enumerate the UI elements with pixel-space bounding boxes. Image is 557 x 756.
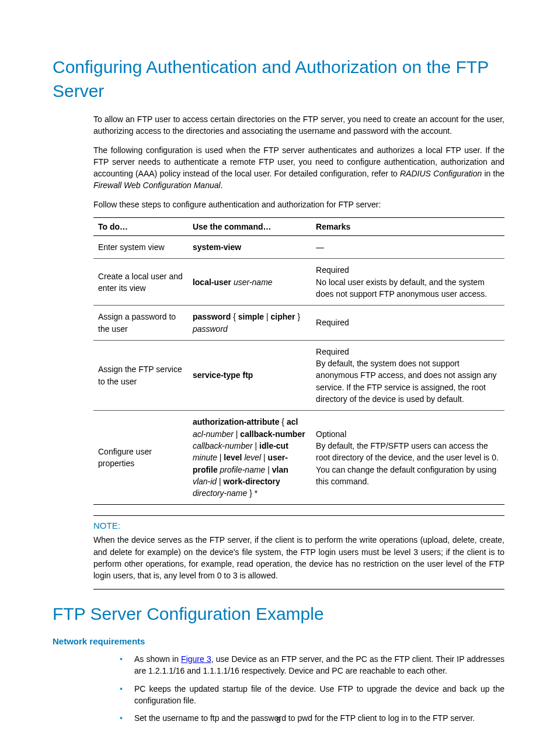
- text-fragment: {: [279, 417, 286, 426]
- text-fragment: work-directory: [224, 477, 280, 486]
- text-fragment: idle-cut: [259, 441, 288, 450]
- text-fragment: simple: [238, 312, 264, 321]
- text-fragment: By default, the FTP/SFTP users can acces…: [316, 441, 499, 486]
- text-fragment: local-user: [193, 278, 231, 287]
- text-fragment: cipher: [271, 312, 295, 321]
- text-fragment: callback-number: [193, 441, 253, 450]
- table-cell-todo: Assign a password to the user: [93, 306, 188, 341]
- table-row: Configure user propertiesauthorization-a…: [93, 411, 504, 505]
- bullet-list-container: As shown in Figure 3, use Device as an F…: [93, 653, 504, 724]
- note-rule-bottom: [93, 589, 504, 589]
- text-fragment: Required: [316, 347, 349, 356]
- section-heading-auth: Configuring Authentication and Authoriza…: [53, 56, 504, 103]
- table-row: Assign the FTP service to the userservic…: [93, 340, 504, 410]
- table-cell-command: authorization-attribute { acl acl-number…: [188, 411, 311, 505]
- text-fragment: |: [217, 477, 223, 486]
- section-body: To allow an FTP user to access certain d…: [93, 113, 504, 505]
- note-body: When the device serves as the FTP server…: [93, 534, 504, 581]
- section-heading-example: FTP Server Configuration Example: [53, 602, 504, 626]
- text-fragment: Required: [316, 265, 349, 275]
- text-fragment: vlan: [272, 465, 288, 474]
- text-fragment: } *: [247, 488, 257, 498]
- text: in the: [482, 169, 504, 178]
- bullet-list: As shown in Figure 3, use Device as an F…: [93, 653, 504, 724]
- table-header: Remarks: [311, 218, 504, 236]
- table-cell-remarks: RequiredBy default, the system does not …: [311, 340, 504, 410]
- text-fragment: directory-name: [193, 488, 247, 498]
- text-fragment: system-view: [193, 242, 241, 252]
- document-page: Configuring Authentication and Authoriza…: [0, 0, 557, 756]
- text-fragment: |: [261, 453, 267, 462]
- text-fragment: |: [217, 453, 224, 462]
- list-item: PC keeps the updated startup file of the…: [117, 683, 504, 707]
- text-fragment: service-type ftp: [193, 370, 253, 380]
- text-fragment: |: [264, 312, 270, 321]
- text-fragment: |: [253, 441, 259, 450]
- figure-link[interactable]: Figure 3: [181, 654, 211, 664]
- config-steps-table: To do… Use the command… Remarks Enter sy…: [93, 217, 504, 505]
- table-cell-command: service-type ftp: [188, 340, 311, 410]
- subsection-heading: Network requirements: [53, 636, 504, 646]
- text-fragment: acl-number: [193, 429, 234, 439]
- text-fragment: vlan-id: [193, 477, 217, 486]
- text-fragment: password: [193, 324, 228, 334]
- note-block: NOTE: When the device serves as the FTP …: [93, 515, 504, 589]
- text-fragment: level: [244, 453, 261, 462]
- text-fragment: No local user exists by default, and the…: [316, 278, 487, 299]
- table-row: Assign a password to the userpassword { …: [93, 306, 504, 341]
- page-number: 9: [0, 715, 557, 724]
- table-cell-todo: Enter system view: [93, 236, 188, 259]
- note-label: NOTE:: [93, 521, 504, 530]
- text-fragment: {: [231, 312, 238, 321]
- text: .: [221, 181, 223, 190]
- table-cell-command: password { simple | cipher } password: [188, 306, 311, 341]
- table-header: Use the command…: [188, 218, 311, 236]
- text-fragment: profile-name: [220, 465, 266, 474]
- table-header: To do…: [93, 218, 188, 236]
- text-fragment: |: [234, 429, 240, 439]
- table-cell-todo: Create a local user and enter its view: [93, 259, 188, 306]
- table-cell-todo: Configure user properties: [93, 411, 188, 505]
- text-fragment: —: [316, 242, 324, 252]
- paragraph: The following configuration is used when…: [93, 144, 504, 192]
- text-fragment: }: [295, 312, 301, 321]
- text-italic: RADIUS Configuration: [400, 169, 482, 178]
- text-fragment: callback-number: [240, 429, 305, 439]
- table-cell-command: system-view: [188, 236, 311, 259]
- text-fragment: Optional: [316, 429, 346, 439]
- table-cell-remarks: Required: [311, 306, 504, 341]
- paragraph: To allow an FTP user to access certain d…: [93, 113, 504, 137]
- text-fragment: authorization-attribute: [193, 417, 280, 426]
- table-row: Create a local user and enter its viewlo…: [93, 259, 504, 306]
- table-cell-remarks: OptionalBy default, the FTP/SFTP users c…: [311, 411, 504, 505]
- text-fragment: acl: [287, 417, 298, 426]
- text-fragment: password: [193, 312, 231, 321]
- text-fragment: As shown in: [134, 654, 181, 664]
- text-fragment: |: [265, 465, 271, 474]
- text-italic: Firewall Web Configuration Manual: [93, 181, 221, 190]
- table-cell-remarks: —: [311, 236, 504, 259]
- table-cell-todo: Assign the FTP service to the user: [93, 340, 188, 410]
- text-fragment: PC keeps the updated startup file of the…: [134, 684, 504, 705]
- text-fragment: level: [224, 453, 242, 462]
- table-cell-remarks: RequiredNo local user exists by default,…: [311, 259, 504, 306]
- table-row: Enter system viewsystem-view—: [93, 236, 504, 259]
- text-fragment: By default, the system does not support …: [316, 359, 496, 404]
- text-fragment: Required: [316, 318, 349, 327]
- paragraph: Follow these steps to configure authenti…: [93, 199, 504, 210]
- text-fragment: minute: [193, 453, 217, 462]
- text-fragment: user-name: [234, 278, 273, 287]
- note-rule-top: [93, 515, 504, 516]
- table-cell-command: local-user user-name: [188, 259, 311, 306]
- list-item: As shown in Figure 3, use Device as an F…: [117, 653, 504, 677]
